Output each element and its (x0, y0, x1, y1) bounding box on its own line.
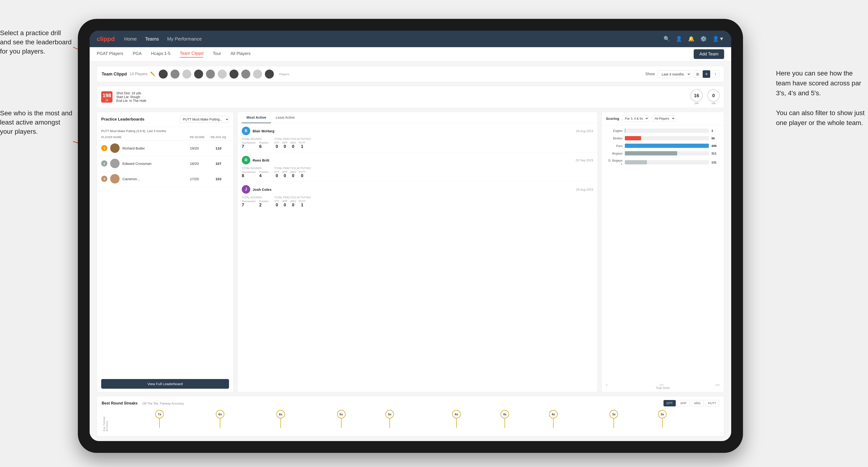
bar-fill-eagles (625, 129, 625, 133)
avatar-6[interactable] (217, 69, 227, 79)
nav-logo: clippd (97, 35, 115, 43)
lb-header-avg: PB AVG SQ (208, 135, 229, 139)
best-round-streaks-title: Best Round Streaks (102, 401, 137, 405)
player-score-1: 19/20 (184, 146, 205, 150)
view-full-leaderboard-button[interactable]: View Full Leaderboard (101, 379, 229, 389)
bar-row-dbogeys: D. Bogeys + 131 (606, 159, 720, 166)
nav-links: Home Teams My Performance (124, 36, 664, 42)
practice-panel-header: Practice Leaderboards PUTT Must Make Put… (97, 112, 233, 127)
show-select[interactable]: Last 3 months (658, 70, 691, 78)
x-axis-labels: 0 200 400 (602, 383, 724, 386)
practice-label-1: Practice (259, 141, 269, 144)
bar-value-eagles: 3 (711, 129, 720, 132)
avatar-8[interactable] (241, 69, 251, 79)
sub-nav-tour[interactable]: Tour (213, 51, 221, 57)
avatar-5[interactable] (206, 69, 215, 79)
bar-fill-pars (625, 144, 709, 148)
bar-label-pars: Pars (606, 144, 622, 148)
scoring-filter-players[interactable]: All Players (652, 115, 675, 122)
avatar-2[interactable] (170, 69, 180, 79)
bubble-line-10 (662, 418, 662, 428)
edit-icon[interactable]: ✏️ (150, 71, 155, 76)
bubble-5x-2: 5x (385, 410, 394, 428)
bubble-line-8 (553, 418, 554, 428)
player-avatar-2 (110, 159, 120, 168)
sub-nav-hcaps[interactable]: Hcaps 1-5 (151, 51, 170, 57)
bar-row-eagles: Eagles 3 (606, 129, 720, 133)
filter-btn-app[interactable]: APP (677, 400, 689, 406)
app-val-1: 0 (282, 144, 287, 149)
filter-btn-putt[interactable]: PUTT (705, 400, 719, 406)
arg-val-3: 0 (290, 203, 296, 208)
total-rounds-label-1: Total Rounds (242, 137, 269, 140)
stat-total-rounds-1: Total Rounds Tournament 7 Practice 6 (242, 137, 269, 149)
bubble-line-9 (614, 418, 614, 428)
stat-practice-activities-3: Total Practice Activities OTT 0 APP 0 (274, 196, 311, 208)
search-icon[interactable]: 🔍 (663, 36, 670, 42)
avatar-3[interactable] (182, 69, 192, 79)
stat-total-rounds-2: Total Rounds Tournament 8 Practice 4 (242, 167, 269, 178)
sub-nav-all-players[interactable]: All Players (231, 51, 251, 57)
view-list-btn[interactable]: ≡ (703, 70, 710, 78)
bubble-line-1 (159, 418, 160, 428)
shot-details: Shot Dist: 16 yds Start Lie: Rough End L… (116, 91, 687, 102)
bar-row-bogeys: Bogeys 311 (606, 151, 720, 155)
nav-link-teams[interactable]: Teams (145, 36, 159, 42)
avatar-1[interactable] (158, 69, 168, 79)
tournament-val-1: 7 (242, 144, 255, 149)
total-rounds-label-2: Total Rounds (242, 167, 269, 169)
activity-date-3: 26 Aug 2023 (576, 188, 593, 191)
nav-link-home[interactable]: Home (124, 36, 137, 42)
best-round-streaks-section: Best Round Streaks Off The Tee, Fairway … (97, 396, 724, 436)
activity-avatar-1: B (242, 127, 250, 135)
view-chart-btn[interactable]: ↕ (712, 70, 719, 78)
avatar-9[interactable] (253, 69, 262, 79)
lb-header-score: PB SCORE (187, 135, 208, 139)
drill-select[interactable]: PUTT Must Make Putting... (179, 116, 229, 123)
bar-label-bogeys: Bogeys (606, 152, 622, 155)
add-team-button[interactable]: Add Team (694, 49, 724, 59)
activity-date-2: 02 Sep 2023 (576, 158, 593, 162)
tab-least-active[interactable]: Least Active (271, 112, 300, 123)
team-title: Team Clippd (102, 72, 127, 76)
player-name-3: Cameron... (122, 177, 181, 181)
view-grid-btn[interactable]: ⊞ (694, 70, 701, 78)
filter-btn-arg[interactable]: ARG (691, 400, 704, 406)
avatar-10[interactable] (265, 69, 274, 79)
scoring-filter-par[interactable]: Par 3, 4 & 5s (622, 115, 649, 122)
activity-stats-1: Total Rounds Tournament 7 Practice 6 (242, 137, 593, 149)
filter-btn-ott[interactable]: OTT (663, 400, 676, 406)
tournament-val-3: 7 (242, 203, 255, 208)
player-name-1: Richard Butler (122, 146, 181, 150)
practice-panel-title: Practice Leaderboards (101, 117, 144, 122)
bubble-3x-2: 3x (658, 410, 666, 428)
total-practice-label-2: Total Practice Activities (274, 167, 311, 169)
avatar-7[interactable] (229, 69, 239, 79)
profile-icon[interactable]: 👤▼ (713, 36, 724, 42)
bell-icon[interactable]: 🔔 (688, 36, 694, 42)
bubble-circle-5: 5x (385, 410, 394, 418)
practice-leaderboards-panel: Practice Leaderboards PUTT Must Make Put… (97, 112, 234, 392)
activity-stats-3: Total Rounds Tournament 7 Practice 2 (242, 196, 593, 208)
sub-nav-team-clippd[interactable]: Team Clippd (180, 51, 203, 58)
tab-most-active[interactable]: Most Active (242, 112, 271, 123)
shot-badge: 198 yd (101, 91, 113, 102)
total-practice-label-3: Total Practice Activities (274, 196, 311, 199)
bubble-3x-1: 3x (610, 410, 618, 428)
shot-card: 198 yd Shot Dist: 16 yds Start Lie: Roug… (97, 86, 724, 108)
bar-value-dbogeys: 131 (711, 161, 720, 164)
bar-track-bogeys (625, 151, 709, 155)
bubble-4x-2: 4x (500, 410, 509, 428)
ipad-screen: clippd Home Teams My Performance 🔍 👤 🔔 ⚙… (90, 31, 731, 441)
user-icon[interactable]: 👤 (676, 36, 682, 42)
sub-nav-pga[interactable]: PGA (132, 51, 142, 57)
player-score-3: 17/20 (184, 177, 205, 181)
sub-nav-pgat[interactable]: PGAT Players (97, 51, 123, 57)
avatar-4[interactable] (194, 69, 204, 79)
shot-unit: yd (105, 99, 108, 101)
nav-link-performance[interactable]: My Performance (167, 36, 202, 42)
start-lie-label: Start Lie: Rough (116, 95, 140, 99)
settings-icon[interactable]: ⚙️ (700, 36, 707, 42)
ott-val-2: 0 (274, 173, 280, 178)
bar-value-bogeys: 311 (711, 152, 720, 155)
